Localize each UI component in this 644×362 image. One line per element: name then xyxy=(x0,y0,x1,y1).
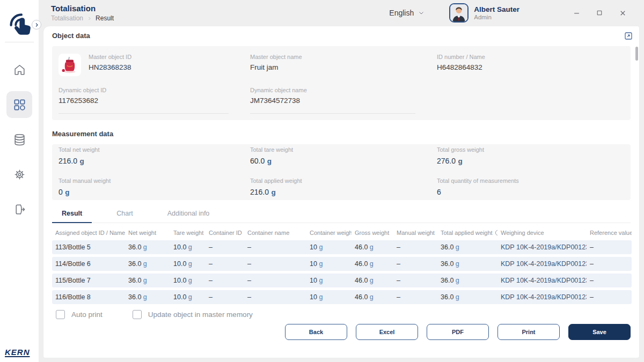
cell-reference: – xyxy=(587,243,632,251)
user-role: Admin xyxy=(474,14,519,20)
cell-net: 36.0 g xyxy=(125,243,170,251)
field-label: Total gross weight xyxy=(437,146,624,153)
language-label: English xyxy=(389,9,414,17)
column-header-container_id: Container ID xyxy=(206,230,244,236)
update-master-memory-checkbox[interactable] xyxy=(133,310,142,319)
tab-chart[interactable]: Chart xyxy=(107,208,143,223)
cell-container_id: – xyxy=(206,293,244,301)
measurement-field: Total applied weight 216.0 g xyxy=(250,178,437,197)
pdf-button[interactable]: PDF xyxy=(427,324,489,340)
cell-container_name: – xyxy=(244,260,306,268)
table-row[interactable]: 115/Bottle 736.0 g10.0 g––10 g46.0 g–36.… xyxy=(52,274,632,287)
sidebar-item-home[interactable] xyxy=(6,56,32,83)
measurement-field: Total quantity of measurements 6 xyxy=(437,178,624,197)
table-row[interactable]: 116/Bottle 836.0 g10.0 g––10 g46.0 g–36.… xyxy=(52,290,632,304)
cell-tare: 10.0 g xyxy=(170,260,206,268)
field-label: Total quantity of measurements xyxy=(437,178,624,184)
chevron-right-icon xyxy=(87,16,92,21)
sidebar-divider xyxy=(5,42,34,42)
field-unit: g xyxy=(80,157,84,165)
cell-id_name: 113/Bottle 5 xyxy=(52,243,125,251)
breadcrumb-parent[interactable]: Totalisation xyxy=(51,14,83,22)
close-button[interactable] xyxy=(618,9,627,17)
maximize-button[interactable] xyxy=(595,9,604,17)
cell-gross: 46.0 g xyxy=(352,293,393,301)
cell-device: KDP 10K-4-2019a/KDP001232 xyxy=(497,293,587,301)
user-menu[interactable]: Albert Sauter Admin xyxy=(449,3,519,23)
print-button[interactable]: Print xyxy=(497,324,560,340)
breadcrumb-current: Result xyxy=(96,14,114,22)
excel-button[interactable]: Excel xyxy=(356,324,418,340)
field-label: Dynamic object name xyxy=(250,87,415,93)
back-button[interactable]: Back xyxy=(285,324,347,340)
cell-reference: – xyxy=(587,277,632,284)
sidebar-nav xyxy=(0,56,39,231)
field-unit: g xyxy=(65,188,69,196)
field-value: 6 xyxy=(437,188,441,196)
cell-container_id: – xyxy=(206,277,244,284)
avatar xyxy=(449,3,469,23)
measurement-data-card: Total net weight 216.0 g Total tare weig… xyxy=(52,144,631,200)
sidebar-item-database[interactable] xyxy=(6,126,32,153)
field-value: 216.0 xyxy=(58,157,77,165)
home-icon xyxy=(13,63,26,77)
minimize-button[interactable] xyxy=(572,9,581,17)
column-header-manual: Manual weight xyxy=(393,230,437,236)
cell-manual: – xyxy=(393,243,437,251)
sidebar-item-settings[interactable] xyxy=(6,161,32,188)
field-value: 216.0 xyxy=(250,188,269,196)
sidebar-item-logout[interactable] xyxy=(6,196,32,223)
cell-applied: 36.0 g xyxy=(437,277,497,284)
id-number-value: H6482864832 xyxy=(437,63,624,71)
product-image xyxy=(58,54,81,76)
cell-container_weight: 10 g xyxy=(306,293,352,301)
table-row[interactable]: 113/Bottle 536.0 g10.0 g––10 g46.0 g–36.… xyxy=(52,240,632,254)
dynamic-object-id-value: 1176253682 xyxy=(58,97,229,105)
checkbox-label: Update object in master memory xyxy=(148,311,253,319)
tab-additional-info[interactable]: Additional info xyxy=(158,208,219,223)
column-header-id_name: Assigned object ID / Name xyxy=(52,230,125,236)
cell-reference: – xyxy=(587,260,632,268)
sidebar-expand-button[interactable] xyxy=(32,20,41,29)
cell-applied: 36.0 g xyxy=(437,243,497,251)
cell-manual: – xyxy=(393,293,437,301)
field-label: Master object name xyxy=(250,54,437,60)
cell-gross: 46.0 g xyxy=(352,277,393,284)
field-unit: g xyxy=(267,157,272,165)
cell-container_name: – xyxy=(244,243,306,251)
scrollbar[interactable] xyxy=(635,47,638,61)
app-logo xyxy=(5,6,34,35)
auto-print-option[interactable]: Auto print xyxy=(56,310,103,319)
column-header-tare: Tare weight xyxy=(170,230,206,236)
cell-container_weight: 10 g xyxy=(306,277,352,284)
sidebar-item-apps[interactable] xyxy=(6,91,32,118)
language-selector[interactable]: English xyxy=(389,9,425,17)
cell-net: 36.0 g xyxy=(125,293,170,301)
auto-print-checkbox[interactable] xyxy=(56,310,65,319)
tab-result[interactable]: Result xyxy=(52,208,92,223)
cell-tare: 10.0 g xyxy=(170,277,206,284)
cell-container_name: – xyxy=(244,293,306,301)
master-object-id-value: HN28368238 xyxy=(89,63,131,71)
update-master-memory-option[interactable]: Update object in master memory xyxy=(133,310,253,319)
measurement-field: Total gross weight 276.0 g xyxy=(437,146,624,166)
topbar: Totalisation Totalisation Result English xyxy=(39,0,644,26)
database-icon xyxy=(13,133,26,146)
field-label: Total tare weight xyxy=(250,146,437,153)
field-label: Dynamic object ID xyxy=(58,87,229,93)
field-value: 60.0 xyxy=(250,157,265,165)
cell-id_name: 114/Bottle 6 xyxy=(52,260,125,268)
page-title: Totalisation xyxy=(51,4,114,13)
expand-panel-button[interactable] xyxy=(624,31,633,41)
measurement-field: Total manual weight 0 g xyxy=(58,178,250,197)
action-buttons: Back Excel PDF Print Save xyxy=(43,324,631,340)
save-button[interactable]: Save xyxy=(568,324,631,340)
table-row[interactable]: 114/Bottle 636.0 g10.0 g––10 g46.0 g–36.… xyxy=(52,257,632,271)
column-header-device: Weighing device xyxy=(497,230,587,236)
field-unit: g xyxy=(458,157,463,165)
cell-id_name: 115/Bottle 7 xyxy=(52,277,125,284)
field-value: 276.0 xyxy=(437,157,456,165)
field-label: Total manual weight xyxy=(58,178,250,184)
object-data-card: Master object ID HN28368238 Master objec… xyxy=(52,46,631,120)
cell-container_weight: 10 g xyxy=(306,260,352,268)
